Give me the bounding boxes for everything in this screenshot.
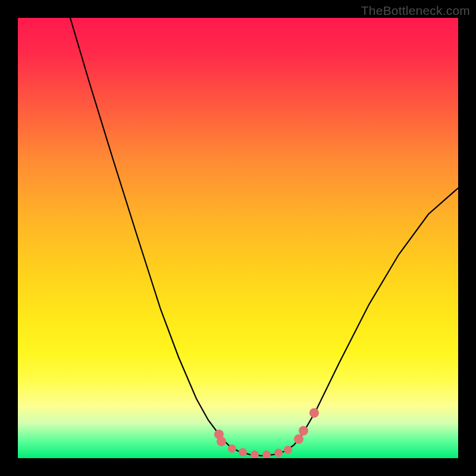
marker-dot [217,437,226,446]
marker-dot [262,450,271,458]
marker-dot [299,426,308,436]
marker-dot [294,434,303,444]
marker-dot [250,450,259,458]
marker-dot [284,446,292,454]
bottleneck-curve [70,18,458,456]
highlight-markers [214,408,319,458]
outer-frame: TheBottleneck.com [0,0,476,476]
plot-area [18,18,458,458]
watermark-text: TheBottleneck.com [361,4,470,18]
marker-dot [228,444,236,453]
marker-dot [274,449,283,457]
marker-dot [309,408,319,418]
marker-dot [239,448,247,456]
curve-svg [18,18,458,458]
